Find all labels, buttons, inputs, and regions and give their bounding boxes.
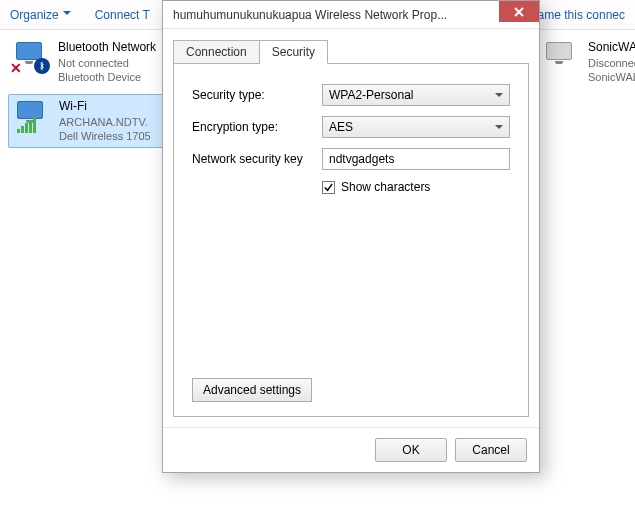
encryption-type-label: Encryption type: xyxy=(192,120,322,134)
network-name: Bluetooth Network xyxy=(58,40,156,56)
checkmark-icon xyxy=(323,182,334,193)
network-key-label: Network security key xyxy=(192,152,322,166)
ok-button[interactable]: OK xyxy=(375,438,447,462)
network-device: Dell Wireless 1705 xyxy=(59,129,151,143)
network-device: Bluetooth Device xyxy=(58,70,156,84)
cancel-button[interactable]: Cancel xyxy=(455,438,527,462)
signal-bars-icon xyxy=(17,117,36,133)
dialog-buttons: OK Cancel xyxy=(163,427,539,472)
network-name: Wi-Fi xyxy=(59,99,151,115)
tab-connection[interactable]: Connection xyxy=(173,40,260,64)
organize-menu[interactable]: Organize xyxy=(10,8,71,22)
vpn-adapter-icon xyxy=(544,40,580,74)
tab-strip: Connection Security xyxy=(173,39,529,63)
close-button[interactable] xyxy=(499,1,539,22)
bluetooth-icon xyxy=(34,58,50,74)
tab-security[interactable]: Security xyxy=(260,40,328,64)
x-badge-icon: ✕ xyxy=(10,60,22,76)
tab-body-security: Security type: WPA2-Personal Encryption … xyxy=(173,63,529,417)
network-item-sonicwall[interactable]: SonicWALL I Disconnecte SonicWALL I xyxy=(538,36,635,88)
dialog-title: humuhumunukunukuapua Wireless Network Pr… xyxy=(173,8,499,22)
security-type-select[interactable]: WPA2-Personal xyxy=(322,84,510,106)
close-icon xyxy=(514,7,524,17)
network-name: SonicWALL I xyxy=(588,40,635,56)
dialog-titlebar[interactable]: humuhumunukunukuapua Wireless Network Pr… xyxy=(163,1,539,29)
network-device: SonicWALL I xyxy=(588,70,635,84)
network-ssid: ARCHANA.NDTV. xyxy=(59,115,151,129)
wifi-adapter-icon xyxy=(15,99,51,133)
connect-to-link[interactable]: Connect T xyxy=(95,8,150,22)
security-type-label: Security type: xyxy=(192,88,322,102)
show-characters-checkbox[interactable] xyxy=(322,181,335,194)
network-status: Disconnecte xyxy=(588,56,635,70)
show-characters-label: Show characters xyxy=(341,180,430,194)
encryption-type-select[interactable]: AES xyxy=(322,116,510,138)
network-key-input[interactable] xyxy=(322,148,510,170)
network-status: Not connected xyxy=(58,56,156,70)
rename-connection-link[interactable]: hame this connec xyxy=(531,8,625,22)
wireless-properties-dialog: humuhumunukunukuapua Wireless Network Pr… xyxy=(162,0,540,473)
network-item-wifi[interactable]: Wi-Fi ARCHANA.NDTV. Dell Wireless 1705 xyxy=(8,94,178,148)
network-item-bluetooth[interactable]: ✕ Bluetooth Network Not connected Blueto… xyxy=(8,36,178,88)
bluetooth-adapter-icon: ✕ xyxy=(14,40,50,74)
advanced-settings-button[interactable]: Advanced settings xyxy=(192,378,312,402)
